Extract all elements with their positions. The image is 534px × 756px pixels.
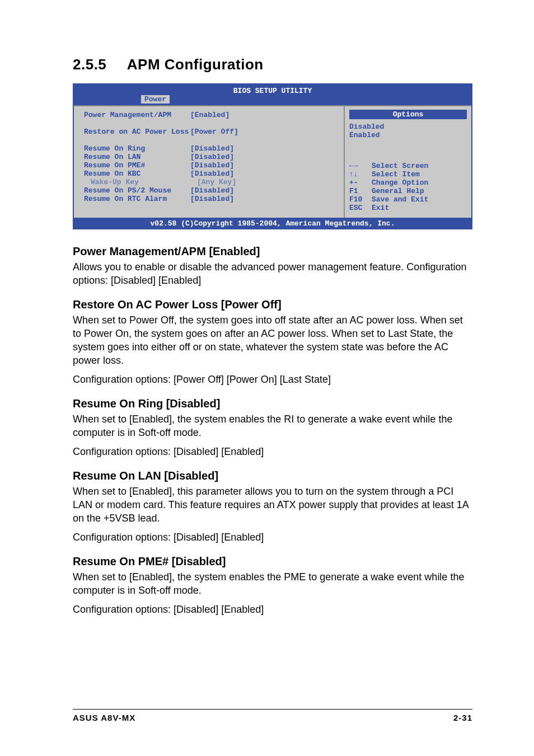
setting-heading: Power Management/APM [Enabled]: [73, 245, 472, 258]
bios-option-item: Disabled: [349, 123, 467, 131]
bios-setting-label: Wake-Up Key: [84, 178, 197, 186]
bios-setting-row: Wake-Up Key[Any Key]: [84, 178, 338, 186]
bios-footer: v02.58 (C)Copyright 1985-2004, American …: [74, 218, 471, 228]
bios-setting-value: [Disabled]: [190, 161, 234, 170]
bios-hint-label: Select Item: [372, 170, 420, 179]
bios-setting-value: [Disabled]: [190, 170, 234, 178]
setting-heading: Resume On Ring [Disabled]: [73, 397, 472, 410]
bios-setting-label: Resume On PS/2 Mouse: [84, 186, 190, 195]
bios-setting-value: [Disabled]: [190, 144, 234, 153]
setting-paragraph: When set to [Enabled], this parameter al…: [73, 485, 472, 525]
section-number: 2.5.5: [73, 56, 123, 73]
bios-setting-row: Resume On PME#[Disabled]: [84, 161, 338, 170]
footer-page-number: 2-31: [453, 713, 472, 722]
bios-setting-row: Resume On KBC[Disabled]: [84, 170, 338, 178]
bios-options-header: Options: [349, 110, 467, 119]
bios-setting-label: Resume On RTC Alarm: [84, 195, 190, 203]
bios-setting-value: [Any Key]: [197, 178, 236, 186]
footer-product: ASUS A8V-MX: [73, 713, 135, 722]
bios-hint-row: F10Save and Exit: [349, 195, 467, 204]
bios-hint-key: F1: [349, 187, 372, 195]
setting-paragraph: Configuration options: [Disabled] [Enabl…: [73, 445, 472, 458]
bios-setting-value: [Power Off]: [190, 128, 238, 136]
bios-setting-label: Resume On Ring: [84, 144, 190, 153]
bios-setting-row: Power Management/APM[Enabled]: [84, 111, 338, 119]
bios-setting-row: Resume On Ring[Disabled]: [84, 144, 338, 153]
bios-setting-value: [Disabled]: [190, 186, 234, 195]
bios-setting-row: Resume On RTC Alarm[Disabled]: [84, 195, 338, 203]
setting-paragraph: Configuration options: [Disabled] [Enabl…: [73, 603, 472, 616]
setting-heading: Restore On AC Power Loss [Power Off]: [73, 298, 472, 311]
page-footer: ASUS A8V-MX 2-31: [73, 709, 472, 722]
bios-setting-row: Resume On PS/2 Mouse[Disabled]: [84, 186, 338, 195]
bios-active-tab: Power: [141, 95, 170, 104]
bios-help-panel: Options DisabledEnabled ←→Select Screen↑…: [344, 106, 471, 218]
bios-setting-label: Resume On PME#: [84, 161, 190, 170]
bios-key-hints: ←→Select Screen↑↓Select Item+-Change Opt…: [349, 139, 467, 212]
bios-setting-row: Restore on AC Power Loss[Power Off]: [84, 128, 338, 136]
bios-setting-label: Resume On KBC: [84, 170, 190, 178]
bios-options-list: DisabledEnabled: [349, 123, 467, 139]
bios-setting-value: [Disabled]: [190, 195, 234, 203]
bios-hint-key: ↑↓: [349, 170, 372, 179]
documentation-sections: Power Management/APM [Enabled]Allows you…: [73, 245, 472, 616]
bios-setting-label: Resume On LAN: [84, 153, 190, 161]
bios-screenshot: BIOS SETUP UTILITY Power Power Managemen…: [73, 83, 472, 229]
section-name: APM Configuration: [127, 56, 264, 73]
bios-tab-row: Power: [74, 95, 471, 105]
bios-option-item: Enabled: [349, 131, 467, 139]
setting-paragraph: When set to Power Off, the system goes i…: [73, 313, 472, 367]
bios-hint-label: Save and Exit: [372, 195, 428, 204]
bios-hint-key: ESC: [349, 204, 372, 212]
bios-hint-label: Change Option: [372, 179, 428, 187]
bios-setting-row: Resume On LAN[Disabled]: [84, 153, 338, 161]
bios-hint-row: ESCExit: [349, 204, 467, 212]
bios-hint-key: ←→: [349, 162, 372, 170]
page-title: 2.5.5 APM Configuration: [73, 56, 472, 73]
bios-setting-label: Restore on AC Power Loss: [84, 128, 190, 136]
bios-hint-row: ↑↓Select Item: [349, 170, 467, 179]
bios-hint-row: F1General Help: [349, 187, 467, 195]
bios-hint-key: +-: [349, 179, 372, 187]
bios-hint-label: General Help: [372, 187, 424, 195]
bios-hint-label: Exit: [372, 204, 389, 212]
setting-paragraph: When set to [Enabled], the system enable…: [73, 570, 472, 597]
bios-settings-panel: Power Management/APM[Enabled]Restore on …: [74, 106, 344, 218]
setting-paragraph: Configuration options: [Disabled] [Enabl…: [73, 530, 472, 544]
bios-setting-label: Power Management/APM: [84, 111, 190, 119]
bios-hint-key: F10: [349, 195, 372, 204]
setting-paragraph: Configuration options: [Power Off] [Powe…: [73, 373, 472, 386]
bios-hint-row: ←→Select Screen: [349, 162, 467, 170]
setting-heading: Resume On LAN [Disabled]: [73, 469, 472, 482]
setting-heading: Resume On PME# [Disabled]: [73, 555, 472, 568]
bios-header-title: BIOS SETUP UTILITY: [74, 84, 471, 95]
bios-hint-label: Select Screen: [372, 162, 428, 170]
setting-paragraph: Allows you to enable or disable the adva…: [73, 260, 472, 287]
setting-paragraph: When set to [Enabled], the system enable…: [73, 412, 472, 439]
bios-setting-value: [Disabled]: [190, 153, 234, 161]
bios-setting-value: [Enabled]: [190, 111, 229, 119]
bios-hint-row: +-Change Option: [349, 179, 467, 187]
